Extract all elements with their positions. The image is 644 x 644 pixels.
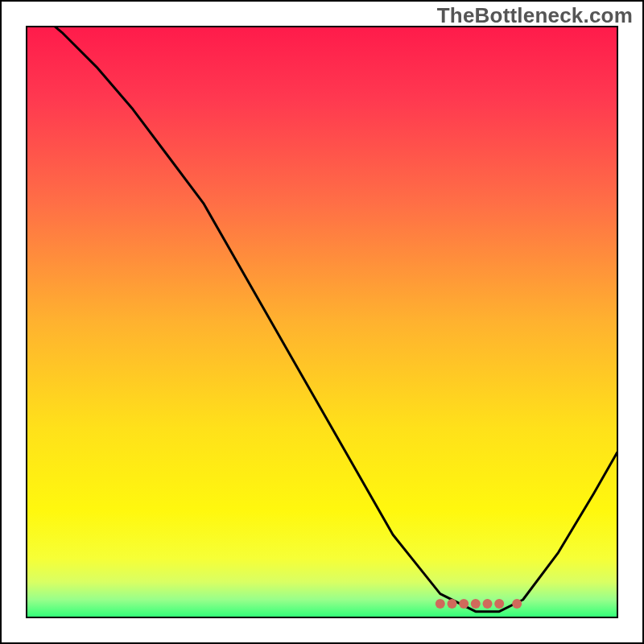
trough-marker <box>494 599 504 609</box>
trough-marker <box>448 599 457 609</box>
trough-marker <box>436 599 445 609</box>
watermark-text: TheBottleneck.com <box>437 3 633 28</box>
plot-background <box>27 27 617 617</box>
trough-marker <box>459 599 469 609</box>
trough-marker <box>471 599 481 609</box>
trough-marker <box>512 599 522 609</box>
trough-marker <box>483 599 493 609</box>
chart-canvas <box>0 0 644 644</box>
